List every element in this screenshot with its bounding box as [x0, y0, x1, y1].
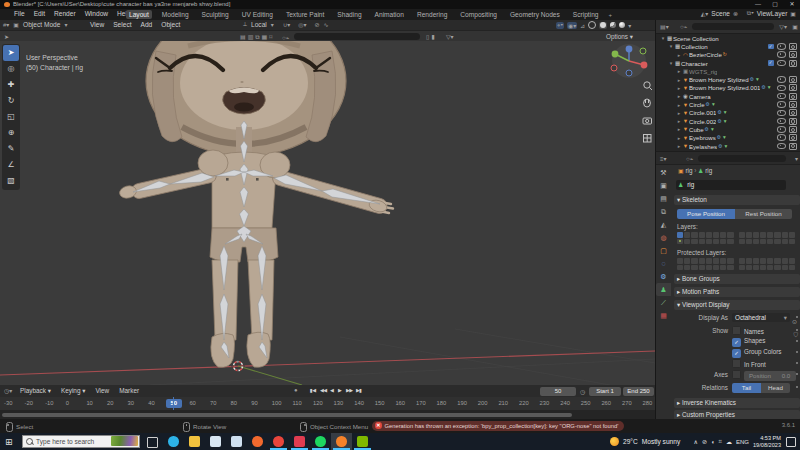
layer-toggle[interactable] — [739, 265, 745, 271]
properties-tab-render[interactable]: ▣ — [656, 179, 671, 192]
properties-tab-scene[interactable]: ◭ — [656, 218, 671, 231]
eye-icon[interactable] — [777, 51, 786, 58]
layer-toggle[interactable] — [677, 265, 683, 271]
panel-viewport-display[interactable]: ▾ Viewport Display — [674, 300, 800, 310]
outliner-row[interactable]: ▸▼Brown Honey Stylized.001⚙▼ — [656, 84, 800, 92]
panel-motion-paths[interactable]: ▸ Motion Paths — [674, 287, 800, 297]
shading-dropdown-icon[interactable]: ▾ — [628, 22, 631, 29]
outliner-row[interactable]: ▸▼Circle.001⚙▼ — [656, 109, 800, 117]
layer-toggle[interactable] — [767, 232, 773, 238]
start-frame-field[interactable]: Start 1 — [589, 387, 621, 396]
rotate-tool[interactable]: ↻ — [3, 93, 19, 109]
outliner-row[interactable]: ▸▣WGTS_rig — [656, 67, 800, 75]
check-group-colors[interactable]: ✓Group Colors — [732, 348, 781, 358]
outliner-editor-icon[interactable]: ▤▾ — [660, 23, 669, 30]
tray-clock[interactable]: 4:53 PM19/08/2023 — [753, 435, 781, 448]
filter-funnel-icon[interactable]: ▽▾ — [779, 23, 787, 30]
layer-toggle[interactable] — [782, 265, 788, 271]
outliner-row[interactable]: ▸▼Eyelashes⚙▼ — [656, 142, 800, 150]
outliner-row[interactable]: ▸◉Camera — [656, 92, 800, 100]
layer-toggle[interactable] — [739, 239, 745, 245]
layer-toggle[interactable] — [789, 232, 795, 238]
layer-toggle[interactable] — [727, 232, 733, 238]
workspace-tab-geometry-nodes[interactable]: Geometry Nodes — [507, 10, 563, 19]
move-view-icon[interactable] — [644, 99, 651, 107]
unlink-scene-icon[interactable]: ⊗ — [733, 10, 738, 17]
maximize-button[interactable]: ▢ — [767, 0, 783, 9]
eye-icon[interactable] — [777, 85, 786, 92]
layer-toggle[interactable] — [767, 265, 773, 271]
layer-toggle[interactable] — [684, 258, 690, 264]
properties-search-input[interactable] — [698, 155, 786, 162]
play-reverse-button[interactable]: ◀ — [330, 387, 333, 393]
eye-icon[interactable] — [777, 134, 786, 141]
collection-checkbox[interactable]: ✓ — [768, 44, 774, 50]
check-in-front[interactable]: In Front — [732, 359, 766, 368]
eye-icon[interactable] — [777, 110, 786, 117]
layer-toggle[interactable] — [706, 232, 712, 238]
outliner-row[interactable]: ▸▼Circle⚙▼ — [656, 100, 800, 108]
layer-toggle[interactable] — [706, 265, 712, 271]
layer-toggle[interactable] — [699, 232, 705, 238]
layer-toggle[interactable] — [691, 258, 697, 264]
workspace-tab-compositing[interactable]: Compositing — [457, 10, 500, 19]
properties-tab-object-data[interactable]: ♟ — [656, 283, 671, 296]
minimize-button[interactable]: — — [750, 0, 766, 9]
timeline-menu-marker[interactable]: Marker — [119, 387, 139, 395]
layer-toggle[interactable] — [684, 232, 690, 238]
layer-toggle[interactable] — [746, 239, 752, 245]
layer-toggle[interactable] — [789, 265, 795, 271]
play-forward-button[interactable]: ▶ — [338, 387, 341, 393]
layer-toggle[interactable] — [699, 258, 705, 264]
properties-tab-texture[interactable]: ▦ — [656, 309, 671, 322]
layer-toggle[interactable] — [684, 239, 690, 245]
rest-position-button[interactable]: Rest Position — [735, 209, 792, 219]
eye-icon[interactable] — [777, 93, 786, 100]
menu-window[interactable]: Window — [85, 10, 108, 17]
viewport-menu-object[interactable]: Object — [161, 21, 180, 28]
panel-skeleton[interactable]: ▾ Skeleton — [674, 195, 800, 205]
timeline-editor-icon[interactable]: ◷▾ — [4, 387, 12, 394]
tool-search-input[interactable] — [294, 33, 420, 40]
axes-position-dropdown[interactable]: Position — [744, 371, 776, 381]
render-visibility-icon[interactable] — [789, 93, 798, 100]
annotate-tool[interactable]: ✎ — [3, 141, 19, 157]
render-visibility-icon[interactable] — [789, 76, 798, 83]
layer-toggle[interactable] — [746, 265, 752, 271]
weather-widget[interactable]: 29°C Mostly sunny — [610, 433, 680, 450]
current-frame-field[interactable]: 50 — [540, 387, 576, 396]
add-cube-tool[interactable]: ▧ — [3, 173, 19, 189]
tool-option-icons[interactable]: ▤▥⧉▦⌑ — [240, 33, 274, 41]
layer-toggle[interactable] — [677, 258, 683, 264]
render-visibility-icon[interactable] — [789, 109, 798, 116]
layer-toggle[interactable] — [739, 258, 745, 264]
layer-toggle[interactable] — [691, 232, 697, 238]
layer-toggle[interactable] — [753, 239, 759, 245]
properties-tab-physics[interactable]: ◌ — [656, 257, 671, 270]
taskbar-app-spotify[interactable] — [310, 433, 331, 450]
tail-button[interactable]: Tail — [732, 383, 761, 393]
camera-view-icon[interactable] — [643, 118, 652, 124]
shading-wireframe-icon[interactable] — [588, 21, 596, 29]
panel-bone-groups[interactable]: ▸ Bone Groups — [674, 274, 800, 284]
properties-tab-constraints[interactable]: ⚙ — [656, 270, 671, 283]
taskbar-app-file-explorer[interactable] — [184, 433, 205, 450]
timeline-keyframe-area[interactable] — [0, 410, 655, 419]
outliner-row[interactable]: ▸▼Brown Honey Stylized⚙▼ — [656, 75, 800, 83]
autokey-clock-icon[interactable]: ◷ — [580, 388, 585, 395]
properties-tab-object[interactable]: ▢ — [656, 244, 671, 257]
scene-selector[interactable]: ◭▾ Scene ⊗ — [701, 10, 738, 17]
layer-toggle[interactable] — [760, 265, 766, 271]
menu-render[interactable]: Render — [54, 10, 76, 17]
layer-toggle[interactable] — [713, 265, 719, 271]
properties-tab-world[interactable]: ◍ — [656, 231, 671, 244]
render-visibility-icon[interactable] — [789, 84, 798, 91]
layer-toggle[interactable] — [746, 232, 752, 238]
move-tool[interactable]: ✚ — [3, 77, 19, 93]
breadcrumb-object[interactable]: rig — [685, 167, 692, 174]
navigation-gizmo[interactable] — [611, 44, 647, 78]
zoom-view-icon[interactable] — [644, 82, 652, 90]
collection-checkbox[interactable]: ✓ — [768, 60, 774, 66]
toggle-xray-icon[interactable]: ⊿ — [580, 22, 585, 29]
layer-toggle[interactable] — [677, 239, 683, 245]
